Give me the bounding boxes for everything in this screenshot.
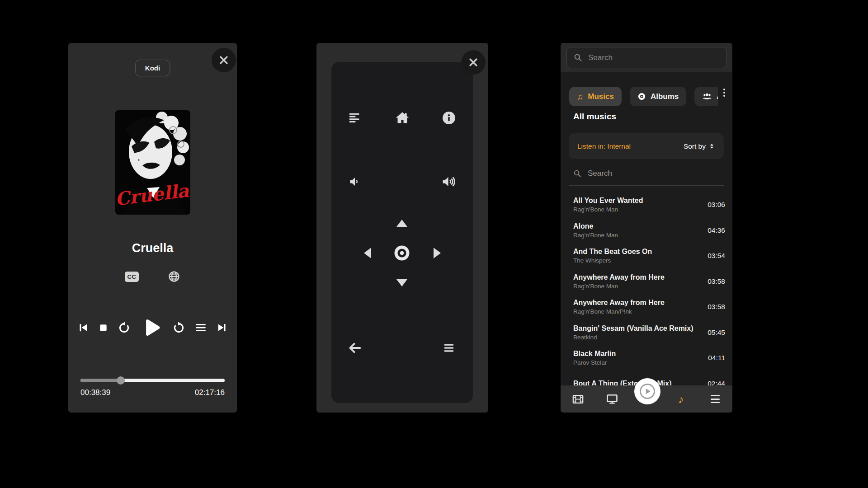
- hamburger-icon: [711, 395, 720, 403]
- sort-updown-icon: [708, 143, 715, 150]
- nav-more[interactable]: [698, 395, 732, 403]
- people-icon: [702, 92, 712, 101]
- skip-previous-icon: [77, 322, 89, 333]
- remote-card: [331, 62, 473, 403]
- song-duration: 03:06: [708, 201, 725, 209]
- total-time: 02:17:16: [195, 388, 225, 397]
- movie-poster: Cruella: [115, 110, 190, 215]
- volume-up-button[interactable]: [438, 171, 460, 192]
- section-heading: All musics: [573, 112, 616, 122]
- music-library-panel: ♫ Musics Albums Artists All musi: [561, 43, 732, 413]
- info-button[interactable]: [438, 107, 460, 129]
- stop-button[interactable]: [98, 323, 108, 333]
- dpad-left-button[interactable]: [357, 242, 378, 264]
- seek-bar-thumb[interactable]: [117, 376, 125, 385]
- forward-icon: [172, 321, 185, 334]
- song-title: Anywhere Away from Here: [573, 298, 703, 308]
- tab-musics[interactable]: ♫ Musics: [569, 87, 622, 106]
- play-icon: [140, 316, 163, 339]
- more-options-button[interactable]: [723, 89, 725, 97]
- song-row[interactable]: Alone Rag'n'Bone Man 04:36: [561, 218, 732, 244]
- song-row[interactable]: And The Beat Goes On The Whispers 03:54: [561, 243, 732, 269]
- dpad-up-button[interactable]: [391, 212, 413, 234]
- subtitles-button[interactable]: CC: [125, 272, 139, 282]
- context-menu-button[interactable]: [438, 337, 460, 359]
- song-artist: Rag'n'Bone Man/P!nk: [573, 308, 703, 316]
- arrow-down-icon: [396, 279, 407, 286]
- music-note-icon: ♫: [577, 92, 583, 101]
- tab-musics-label: Musics: [588, 92, 614, 101]
- notes-button[interactable]: [344, 107, 366, 129]
- tab-albums-label: Albums: [651, 92, 679, 101]
- queue-menu-icon: [194, 321, 207, 334]
- now-playing-fab[interactable]: [634, 378, 660, 404]
- song-duration: 04:36: [708, 226, 725, 235]
- global-search-field[interactable]: [566, 47, 726, 68]
- volume-down-icon: [348, 175, 362, 188]
- home-icon: [395, 110, 410, 126]
- nav-tv[interactable]: [595, 393, 629, 405]
- search-icon: [573, 169, 581, 178]
- back-arrow-icon: [347, 340, 363, 356]
- song-artist: Rag'n'Bone Man: [573, 206, 703, 214]
- globe-icon: [168, 270, 180, 283]
- close-icon: [468, 57, 479, 68]
- app-name-chip: Kodi: [135, 60, 170, 76]
- song-artist: Beatkind: [573, 333, 703, 342]
- previous-track-button[interactable]: [77, 322, 89, 333]
- sort-by-button[interactable]: Sort by: [684, 142, 715, 150]
- nav-movies[interactable]: [561, 393, 595, 405]
- back-button[interactable]: [344, 337, 366, 359]
- close-player-button[interactable]: [212, 48, 236, 72]
- arrow-up-icon: [396, 220, 407, 227]
- tv-icon: [606, 393, 618, 405]
- song-duration: 03:58: [708, 277, 725, 286]
- menu-icon: [442, 341, 456, 355]
- song-artist: Rag'n'Bone Man: [573, 282, 703, 291]
- close-remote-button[interactable]: [461, 50, 486, 75]
- music-note-icon: ♪: [678, 394, 684, 405]
- dpad-down-button[interactable]: [391, 272, 413, 294]
- song-row[interactable]: Black Marlin Parov Stelar 04:11: [561, 345, 732, 371]
- list-filter-field[interactable]: [573, 166, 723, 181]
- song-row[interactable]: Anywhere Away from Here Rag'n'Bone Man 0…: [561, 269, 732, 295]
- library-header: [561, 43, 732, 72]
- song-title: Bangin' Sesam (Vanilla Ace Remix): [573, 324, 703, 333]
- song-row[interactable]: All You Ever Wanted Rag'n'Bone Man 03:06: [561, 192, 732, 218]
- play-button[interactable]: [140, 316, 163, 339]
- sort-by-label: Sort by: [684, 142, 706, 150]
- dpad-select-button[interactable]: [391, 242, 413, 264]
- playback-controls: [77, 314, 228, 341]
- close-icon: [218, 55, 229, 66]
- select-icon: [394, 245, 410, 261]
- song-duration: 04:11: [708, 354, 725, 362]
- volume-down-button[interactable]: [344, 171, 366, 192]
- dpad-right-button[interactable]: [426, 242, 448, 264]
- listen-in-button[interactable]: Listen in: Internal: [577, 142, 631, 150]
- tab-artists-label: Artists: [717, 92, 718, 101]
- song-row[interactable]: Anywhere Away from Here Rag'n'Bone Man/P…: [561, 294, 732, 320]
- next-track-button[interactable]: [216, 322, 228, 333]
- search-input[interactable]: [588, 53, 719, 62]
- arrow-left-icon: [364, 248, 371, 258]
- song-title: All You Ever Wanted: [573, 196, 703, 206]
- search-icon: [574, 53, 582, 62]
- song-row[interactable]: Bangin' Sesam (Vanilla Ace Remix) Beatki…: [561, 320, 732, 346]
- song-title: And The Beat Goes On: [573, 247, 703, 257]
- category-tabs: ♫ Musics Albums Artists: [569, 87, 718, 106]
- forward-button[interactable]: [172, 321, 185, 334]
- film-icon: [572, 393, 584, 405]
- rewind-button[interactable]: [118, 321, 131, 334]
- seek-bar[interactable]: [80, 379, 225, 382]
- song-artist: Parov Stelar: [573, 359, 703, 367]
- nav-music[interactable]: ♪: [664, 394, 698, 405]
- tab-albums[interactable]: Albums: [630, 87, 686, 106]
- list-filter-input[interactable]: [588, 169, 723, 178]
- playlist-button[interactable]: [194, 321, 207, 334]
- divider: [569, 185, 724, 186]
- audio-language-button[interactable]: [168, 270, 180, 283]
- play-circle-icon: [638, 382, 656, 400]
- song-title: Alone: [573, 221, 703, 231]
- tab-artists[interactable]: Artists: [694, 87, 718, 106]
- home-button[interactable]: [392, 107, 413, 129]
